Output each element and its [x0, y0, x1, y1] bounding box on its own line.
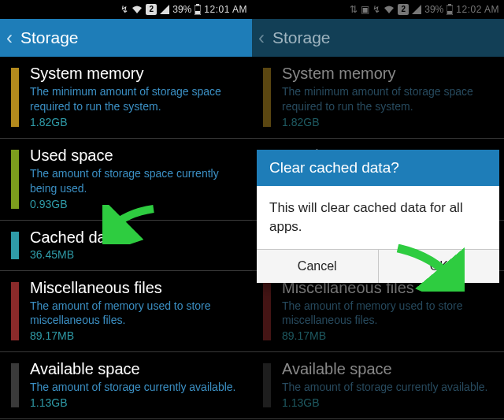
wifi-icon — [132, 5, 143, 14]
item-size: 1.13GB — [282, 396, 493, 409]
item-sub: The amount of storage currently availabl… — [30, 380, 241, 395]
swatch — [11, 282, 19, 341]
item-sub: The amount of storage currently availabl… — [282, 380, 493, 395]
battery-text: 39% — [424, 4, 443, 15]
nfc-icon: ↯ — [120, 4, 128, 15]
item-size: 89.17MB — [282, 329, 493, 342]
cancel-button[interactable]: Cancel — [257, 250, 378, 283]
item-cached-data[interactable]: Cached data 36.45MB — [0, 221, 252, 271]
back-icon[interactable]: ‹ — [6, 28, 13, 47]
item-misc-files: Miscellaneous files The amount of memory… — [252, 271, 504, 353]
item-sub: The minimum amount of storage space requ… — [30, 84, 241, 114]
swatch — [263, 363, 271, 407]
item-title: Available space — [30, 360, 241, 378]
dialog-buttons: Cancel OK — [257, 249, 499, 283]
item-system-memory[interactable]: System memory The minimum amount of stor… — [0, 57, 252, 139]
item-size: 89.17MB — [30, 329, 241, 342]
swatch — [11, 232, 19, 259]
svg-rect-5 — [447, 11, 452, 14]
item-sub: The amount of memory used to store misce… — [30, 299, 241, 329]
media-icon: ▣ — [361, 4, 369, 15]
storage-list: System memory The minimum amount of stor… — [0, 57, 252, 419]
svg-rect-4 — [448, 4, 451, 6]
svg-rect-2 — [195, 11, 200, 14]
item-available-space: Available space The amount of storage cu… — [252, 352, 504, 419]
swatch — [11, 363, 19, 407]
battery-icon — [447, 4, 453, 15]
item-size: 0.93GB — [30, 198, 241, 210]
back-icon: ‹ — [258, 28, 265, 47]
status-bar: ⇅ ▣ ↯ 2 39% 12:02 AM — [252, 0, 504, 19]
sim-icon: 2 — [398, 4, 409, 15]
swatch — [263, 282, 271, 341]
right-screen: ⇅ ▣ ↯ 2 39% 12:02 AM ‹ Storage System me… — [252, 0, 504, 420]
header-title: Storage — [20, 28, 79, 47]
item-used-space[interactable]: Used space The amount of storage space c… — [0, 139, 252, 221]
item-size: 36.45MB — [30, 248, 241, 261]
item-title: Cached data — [30, 229, 241, 247]
usb-icon: ⇅ — [350, 4, 358, 15]
swatch — [11, 150, 19, 209]
item-title: System memory — [282, 65, 493, 83]
item-title: Miscellaneous files — [30, 279, 241, 297]
clock: 12:01 AM — [204, 4, 247, 15]
item-title: Used space — [30, 147, 241, 165]
battery-text: 39% — [172, 4, 191, 15]
item-misc-files[interactable]: Miscellaneous files The amount of memory… — [0, 271, 252, 353]
clock: 12:02 AM — [456, 4, 499, 15]
item-size: 1.82GB — [282, 116, 493, 128]
sim-icon: 2 — [146, 4, 157, 15]
left-screen: ↯ 2 39% 12:01 AM ‹ Storage System memory… — [0, 0, 252, 420]
item-sub: The amount of memory used to store misce… — [282, 299, 493, 329]
header-bar[interactable]: ‹ Storage — [0, 19, 252, 57]
item-title: Available space — [282, 360, 493, 378]
wifi-icon — [384, 5, 395, 14]
item-sub: The amount of storage space currently be… — [30, 166, 241, 196]
item-system-memory: System memory The minimum amount of stor… — [252, 57, 504, 139]
signal-icon — [412, 5, 421, 14]
svg-rect-1 — [196, 4, 199, 6]
battery-icon — [195, 4, 201, 15]
item-available-space[interactable]: Available space The amount of storage cu… — [0, 352, 252, 419]
signal-icon — [160, 5, 169, 14]
swatch — [263, 68, 271, 127]
ok-button[interactable]: OK — [378, 250, 500, 283]
item-title: System memory — [30, 65, 241, 83]
item-sub: The minimum amount of storage space requ… — [282, 84, 493, 114]
item-size: 1.13GB — [30, 396, 241, 409]
header-bar: ‹ Storage — [252, 19, 504, 57]
status-bar: ↯ 2 39% 12:01 AM — [0, 0, 252, 19]
clear-cache-dialog: Clear cached data? This will clear cache… — [257, 150, 499, 283]
item-size: 1.82GB — [30, 116, 241, 128]
dialog-body: This will clear cached data for all apps… — [257, 186, 499, 249]
header-title: Storage — [272, 28, 331, 47]
swatch — [11, 68, 19, 127]
dialog-title: Clear cached data? — [257, 150, 499, 186]
nfc-icon: ↯ — [372, 4, 380, 15]
